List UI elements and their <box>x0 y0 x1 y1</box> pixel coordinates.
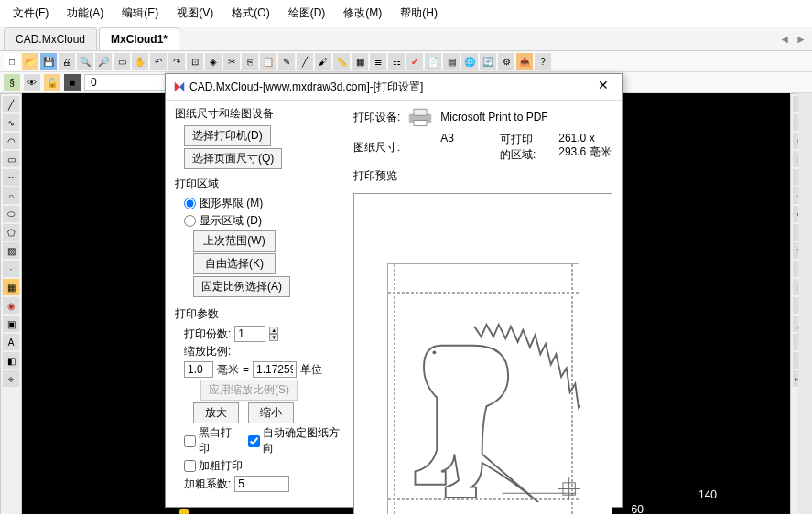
tab-scroll-right-icon[interactable]: ► <box>796 33 807 46</box>
toolbar-block-icon[interactable]: ▦ <box>352 53 368 70</box>
tab-cad-mxcloud[interactable]: CAD.MxCloud <box>4 27 97 50</box>
toolbar-edit-icon[interactable]: ✎ <box>278 53 295 70</box>
radio-display-area-input[interactable] <box>184 215 196 227</box>
vertical-scrollbar[interactable] <box>798 93 812 514</box>
last-range-button[interactable]: 上次范围(W) <box>193 230 276 252</box>
toolbar-refresh-icon[interactable]: 🔄 <box>480 53 496 70</box>
toolbar-zoom-all-icon[interactable]: ◈ <box>205 53 222 70</box>
tool-block-icon[interactable]: ▣ <box>3 316 19 332</box>
toolbar-export-icon[interactable]: 📤 <box>516 53 533 70</box>
tool-hatch-icon[interactable]: ▨ <box>3 242 19 259</box>
label-printable-area: 可打印的区域: <box>500 132 540 163</box>
section-paper-title: 图纸尺寸和绘图设备 <box>175 106 344 122</box>
layer-color-icon[interactable]: ■ <box>64 74 81 91</box>
toolbar-settings-icon[interactable]: ⚙ <box>498 53 514 70</box>
tool-stamp-icon[interactable]: ◉ <box>3 297 19 314</box>
scale-left-input[interactable] <box>184 361 213 378</box>
tab-mxcloud1[interactable]: MxCloud1* <box>99 27 179 50</box>
toolbar-open-icon[interactable]: 📂 <box>22 53 38 70</box>
zoom-in-button[interactable]: 放大 <box>193 402 239 423</box>
tool-region-icon[interactable]: ◧ <box>3 352 19 369</box>
tool-point-icon[interactable]: · <box>3 261 19 277</box>
toolbar-measure-icon[interactable]: 📏 <box>333 53 350 70</box>
main-toolbar: □ 📂 💾 🖨 🔍 🔎 ▭ ✋ ↶ ↷ ⊡ ◈ ✂ ⎘ 📋 ✎ ╱ 🖌 📏 ▦ … <box>0 51 812 72</box>
tool-line-icon[interactable]: ╱ <box>3 96 19 112</box>
layer-eye-icon[interactable]: 👁 <box>24 74 40 91</box>
label-unit: 单位 <box>300 362 322 378</box>
layer-lock-icon[interactable]: 🔓 <box>44 74 60 91</box>
toolbar-print-icon[interactable]: 🖨 <box>59 53 75 70</box>
bw-print-checkbox[interactable] <box>184 435 196 447</box>
toolbar-zoom-in-icon[interactable]: 🔍 <box>77 53 93 70</box>
free-select-button[interactable]: 自由选择(K) <box>193 253 276 274</box>
toolbar-properties-icon[interactable]: ☷ <box>388 53 405 70</box>
value-print-device: Microsoft Print to PDF <box>440 111 612 123</box>
toolbar-check-icon[interactable]: ✔ <box>406 53 423 70</box>
tool-arc-icon[interactable]: ◠ <box>3 133 19 149</box>
toolbar-table-icon[interactable]: ▤ <box>443 53 460 70</box>
tool-circle-icon[interactable]: ○ <box>3 187 19 204</box>
tool-polyline-icon[interactable]: ∿ <box>3 114 19 131</box>
bold-print-checkbox[interactable] <box>184 460 196 472</box>
copies-input[interactable] <box>234 326 265 342</box>
fixed-scale-select-button[interactable]: 固定比例选择(A) <box>193 276 290 297</box>
layer-toggle-icon[interactable]: § <box>4 74 20 91</box>
copies-up-icon[interactable]: ▲ <box>269 327 278 334</box>
toolbar-brush-icon[interactable]: 🖌 <box>315 53 331 70</box>
tool-spline-icon[interactable]: 〰 <box>3 169 19 186</box>
bold-factor-input[interactable] <box>234 476 289 492</box>
select-page-size-button[interactable]: 选择页面尺寸(Q) <box>184 148 282 169</box>
section-params-title: 打印参数 <box>175 306 344 322</box>
copies-down-icon[interactable]: ▼ <box>269 334 278 341</box>
menu-file[interactable]: 文件(F) <box>4 2 58 25</box>
toolbar-layer-icon[interactable]: ≣ <box>370 53 386 70</box>
toolbar-zoom-out-icon[interactable]: 🔎 <box>95 53 112 70</box>
tab-bar: CAD.MxCloud MxCloud1* ◄ ► <box>0 27 812 51</box>
svg-point-3 <box>432 350 436 354</box>
toolbar-globe-icon[interactable]: 🌐 <box>461 53 478 70</box>
toolbar-redo-icon[interactable]: ↷ <box>168 53 185 70</box>
dialog-left-panel: 图纸尺寸和绘图设备 选择打印机(D) 选择页面尺寸(Q) 打印区域 图形界限 (… <box>175 106 344 514</box>
menu-draw[interactable]: 绘图(D) <box>279 2 335 25</box>
toolbar-doc-icon[interactable]: 📄 <box>425 53 441 70</box>
app-logo-icon <box>173 80 186 93</box>
zoom-out-button[interactable]: 缩小 <box>248 402 294 423</box>
print-preview-area[interactable] <box>353 193 612 514</box>
tool-polygon-icon[interactable]: ⬠ <box>3 224 19 241</box>
layer-combo[interactable]: 0 <box>84 74 176 91</box>
tool-insert-icon[interactable]: ⎆ <box>3 370 19 387</box>
auto-orient-checkbox[interactable] <box>248 435 260 447</box>
radio-drawing-limits[interactable]: 图形界限 (M) <box>184 196 344 211</box>
tab-scroll-left-icon[interactable]: ◄ <box>779 33 790 46</box>
print-settings-dialog: CAD.MxCloud-[www.mxdraw3d.com]-[打印设置] ✕ … <box>165 73 623 508</box>
toolbar-undo-icon[interactable]: ↶ <box>150 53 167 70</box>
toolbar-zoom-extents-icon[interactable]: ⊡ <box>187 53 203 70</box>
toolbar-cut-icon[interactable]: ✂ <box>223 53 240 70</box>
tool-text-icon[interactable]: A <box>3 334 19 350</box>
toolbar-pan-icon[interactable]: ✋ <box>132 53 148 70</box>
tool-rect-icon[interactable]: ▭ <box>3 151 19 167</box>
toolbar-line-icon[interactable]: ╱ <box>297 53 313 70</box>
toolbar-help-icon[interactable]: ? <box>535 53 551 70</box>
radio-display-area-label: 显示区域 (D) <box>200 213 262 229</box>
toolbar-new-icon[interactable]: □ <box>4 53 20 70</box>
menu-modify[interactable]: 修改(M) <box>334 2 391 25</box>
scale-right-input[interactable] <box>253 361 297 378</box>
radio-display-area[interactable]: 显示区域 (D) <box>184 213 344 229</box>
label-mm: 毫米 <box>217 362 239 378</box>
menu-edit[interactable]: 编辑(E) <box>113 2 168 25</box>
close-button[interactable]: ✕ <box>592 78 614 96</box>
menu-function[interactable]: 功能(A) <box>58 2 113 25</box>
menu-view[interactable]: 视图(V) <box>168 2 222 25</box>
tool-gradient-icon[interactable]: ▦ <box>3 279 19 295</box>
bw-print-label: 黑白打印 <box>199 425 240 456</box>
tool-ellipse-icon[interactable]: ⬭ <box>3 206 19 222</box>
menu-help[interactable]: 帮助(H) <box>391 2 447 25</box>
select-printer-button[interactable]: 选择打印机(D) <box>184 125 271 146</box>
toolbar-paste-icon[interactable]: 📋 <box>260 53 276 70</box>
radio-drawing-limits-input[interactable] <box>184 198 196 209</box>
menu-format[interactable]: 格式(O) <box>222 2 278 25</box>
toolbar-save-icon[interactable]: 💾 <box>40 53 57 70</box>
toolbar-copy-icon[interactable]: ⎘ <box>242 53 258 70</box>
toolbar-zoom-window-icon[interactable]: ▭ <box>114 53 130 70</box>
